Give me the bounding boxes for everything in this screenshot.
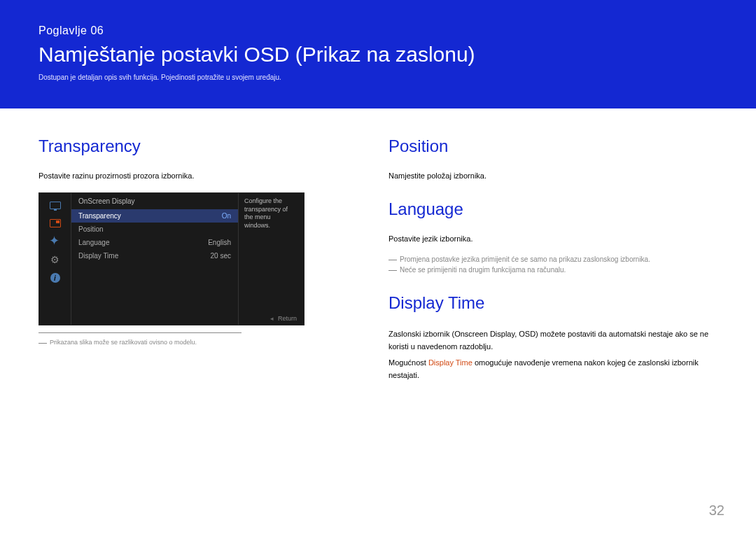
section-language: Language Postavite jezik izbornika. Prom… bbox=[388, 199, 718, 274]
osd-item-label: Transparency bbox=[78, 212, 121, 220]
info-icon: i bbox=[49, 273, 62, 283]
osd-item-value: 20 sec bbox=[211, 252, 231, 260]
section-desc-position: Namjestite položaj izbornika. bbox=[388, 171, 718, 180]
page-title: Namještanje postavki OSD (Prikaz na zasl… bbox=[38, 43, 718, 66]
dash-icon bbox=[388, 270, 397, 271]
section-title-position: Position bbox=[388, 136, 718, 156]
section-transparency: Transparency Postavite razinu prozirnost… bbox=[38, 136, 350, 346]
note-text: Neće se primijeniti na drugim funkcijama… bbox=[400, 266, 566, 274]
left-column: Transparency Postavite razinu prozirnost… bbox=[38, 136, 350, 401]
page-number: 32 bbox=[709, 503, 724, 519]
content-area: Transparency Postavite razinu prozirnost… bbox=[0, 108, 756, 401]
p2-highlight: Display Time bbox=[428, 358, 472, 367]
section-position: Position Namjestite položaj izbornika. bbox=[388, 136, 718, 180]
osd-screenshot: i OnScreen Display Transparency On Posit… bbox=[38, 192, 304, 325]
section-title-display-time: Display Time bbox=[388, 293, 718, 313]
osd-description: Configure the transparency of the menu w… bbox=[239, 193, 304, 325]
chapter-header: Poglavlje 06 Namještanje postavki OSD (P… bbox=[0, 0, 756, 108]
section-desc-transparency: Postavite razinu prozirnosti prozora izb… bbox=[38, 171, 350, 180]
p2-a: Mogućnost bbox=[388, 358, 428, 367]
osd-row-displaytime: Display Time 20 sec bbox=[71, 249, 238, 262]
osd-item-label: Language bbox=[78, 239, 110, 246]
osd-item-label: Position bbox=[78, 225, 104, 233]
osd-item-value: On bbox=[222, 212, 231, 220]
osd-item-value: English bbox=[208, 239, 231, 246]
display-time-p1: Zaslonski izbornik (Onscreen Display, OS… bbox=[388, 328, 718, 353]
chapter-label: Poglavlje 06 bbox=[38, 24, 718, 37]
page-subtitle: Dostupan je detaljan opis svih funkcija.… bbox=[38, 73, 718, 81]
language-note-2: Neće se primijeniti na drugim funkcijama… bbox=[388, 266, 718, 274]
osd-menu: OnScreen Display Transparency On Positio… bbox=[71, 193, 239, 325]
display-time-p2: Mogućnost Display Time omogućuje navođen… bbox=[388, 357, 718, 381]
section-title-transparency: Transparency bbox=[38, 136, 350, 156]
osd-row-transparency: Transparency On bbox=[71, 209, 238, 223]
osd-row-position: Position bbox=[71, 223, 238, 236]
dash-icon bbox=[388, 260, 397, 260]
gear-icon bbox=[49, 255, 62, 265]
dash-icon bbox=[38, 343, 47, 344]
section-title-language: Language bbox=[388, 199, 718, 219]
osd-menu-title: OnScreen Display bbox=[71, 193, 238, 209]
position-icon bbox=[49, 237, 62, 246]
pip-icon bbox=[49, 218, 62, 228]
note-text: Promjena postavke jezika primijenit će s… bbox=[400, 255, 650, 263]
osd-row-language: Language English bbox=[71, 236, 238, 249]
monitor-icon bbox=[49, 200, 62, 210]
section-display-time: Display Time Zaslonski izbornik (Onscree… bbox=[388, 293, 718, 381]
osd-return-label: Return bbox=[263, 312, 304, 325]
right-column: Position Namjestite položaj izbornika. L… bbox=[388, 136, 718, 401]
section-desc-language: Postavite jezik izbornika. bbox=[388, 234, 718, 243]
osd-main: OnScreen Display Transparency On Positio… bbox=[71, 193, 304, 325]
osd-item-label: Display Time bbox=[78, 252, 118, 260]
osd-sidebar: i bbox=[39, 193, 71, 325]
language-note-1: Promjena postavke jezika primijenit će s… bbox=[388, 255, 718, 263]
footnote: Prikazana slika može se razlikovati ovis… bbox=[38, 339, 350, 346]
footnote-text: Prikazana slika može se razlikovati ovis… bbox=[50, 339, 197, 346]
footnote-divider bbox=[38, 332, 241, 333]
